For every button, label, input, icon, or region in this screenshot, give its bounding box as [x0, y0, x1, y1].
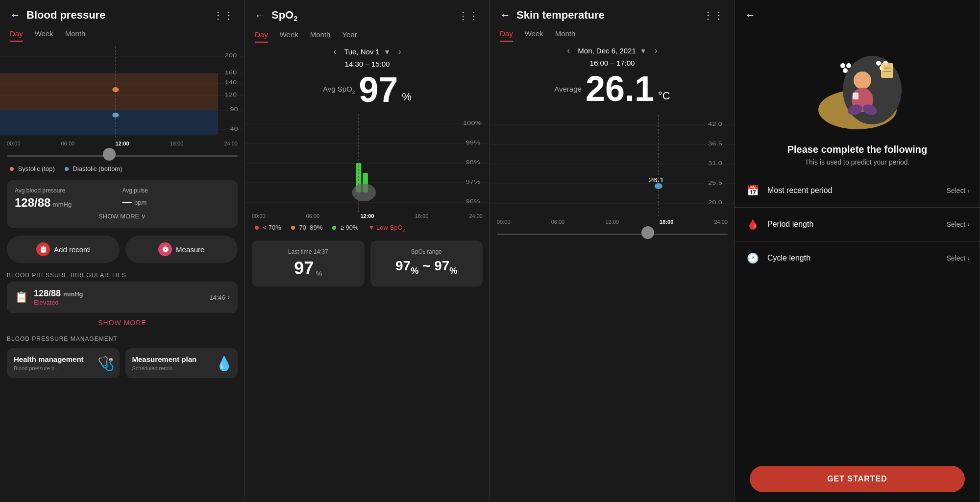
- spo2-last-time-card: Last time 14:37 97 %: [252, 240, 365, 287]
- spo2-prev-btn[interactable]: ‹: [329, 47, 340, 57]
- mgmt-card-1-icon: 💧: [216, 355, 233, 371]
- svg-rect-50: [853, 93, 858, 99]
- period-opt-2-chevron: ›: [967, 254, 970, 262]
- irreg-unit: mmHg: [63, 290, 83, 298]
- period-opt-2-action[interactable]: Select ›: [946, 254, 970, 262]
- measure-icon: ⌚: [158, 242, 172, 256]
- spo2-more-btn[interactable]: ⋮⋮: [458, 10, 480, 22]
- bp-tab-week[interactable]: Week: [35, 29, 53, 42]
- add-record-icon: 📋: [36, 242, 50, 256]
- skin-date-dropdown[interactable]: ▼: [640, 47, 647, 55]
- svg-point-53: [840, 63, 845, 68]
- skin-next-btn[interactable]: ›: [651, 46, 662, 56]
- period-panel: ← P: [735, 0, 980, 502]
- bp-more-btn[interactable]: ⋮⋮: [213, 9, 235, 21]
- spo2-chart: 100% 99% 98% 97% 96%: [245, 114, 490, 212]
- period-opt-0-action[interactable]: Select ›: [946, 187, 970, 194]
- spo2-avg-label: Avg SpO2: [323, 85, 355, 95]
- bp-back-btn[interactable]: ←: [10, 9, 21, 22]
- svg-point-30: [352, 184, 376, 201]
- period-opt-1-action[interactable]: Select ›: [946, 220, 970, 228]
- spo2-title: SpO2: [271, 9, 458, 23]
- period-option-2[interactable]: 🕐 Cycle length Select ›: [735, 241, 980, 275]
- skin-prev-btn[interactable]: ‹: [563, 46, 574, 56]
- bp-show-more[interactable]: SHOW MORE ∨: [15, 210, 230, 221]
- bp-mgmt-title: BLOOD PRESSURE MANAGEMENT: [0, 331, 245, 345]
- bp-add-record-btn[interactable]: 📋 Add record: [7, 236, 120, 263]
- spo2-last-time-label: Last time 14:37: [260, 248, 357, 255]
- bp-avg-value: 128/88: [15, 196, 50, 209]
- irreg-status: Elevated: [34, 299, 209, 306]
- spo2-tab-month[interactable]: Month: [310, 30, 331, 43]
- bp-mgmt-card-0[interactable]: Health management Blood pressure h... 🩺: [7, 348, 120, 378]
- bp-show-more-irreg[interactable]: SHOW MORE: [0, 317, 245, 331]
- spo2-date-dropdown[interactable]: ▼: [384, 48, 391, 56]
- skin-more-btn[interactable]: ⋮⋮: [703, 9, 725, 21]
- skin-back-btn[interactable]: ←: [500, 9, 511, 22]
- bp-action-btns: 📋 Add record ⌚ Measure: [0, 232, 245, 267]
- period-subtext: This is used to predict your period.: [735, 158, 980, 174]
- period-opt-1-label: Period length: [767, 220, 946, 229]
- svg-point-42: [655, 183, 662, 189]
- get-started-btn[interactable]: GET STARTED: [750, 466, 965, 492]
- svg-text:140: 140: [225, 79, 237, 86]
- svg-text:160: 160: [225, 70, 237, 76]
- period-cycle-icon: 🕐: [745, 250, 760, 266]
- spo2-tab-day[interactable]: Day: [255, 30, 268, 43]
- svg-point-51: [843, 68, 848, 73]
- spo2-legend: < 70% 70–89% ≥ 90% ▼ Low SpO2: [245, 220, 490, 237]
- bp-legend: Systolic (top) Diastolic (bottom): [0, 161, 245, 176]
- spo2-time-range: 14:30 – 15:00: [245, 58, 490, 70]
- period-option-1[interactable]: 🩸 Period length Select ›: [735, 208, 980, 241]
- spo2-legend-mid: [291, 226, 295, 230]
- bp-pulse-unit: bpm: [134, 199, 147, 206]
- svg-text:120: 120: [225, 92, 237, 98]
- spo2-tab-week[interactable]: Week: [280, 30, 298, 43]
- svg-text:25.5: 25.5: [708, 180, 722, 186]
- spo2-time-axis: 00:00 06:00 12:00 18:00 24:00: [245, 212, 490, 220]
- skin-slider[interactable]: [490, 226, 735, 239]
- bp-mgmt-card-1[interactable]: Measurement plan Scheduled remin... 💧: [125, 348, 238, 378]
- bp-measure-btn[interactable]: ⌚ Measure: [125, 236, 238, 263]
- spo2-range-card: SpO₂ range 97% ~ 97%: [370, 240, 483, 287]
- skin-tab-day[interactable]: Day: [500, 29, 513, 42]
- spo2-legend-high: [332, 226, 336, 230]
- bp-title: Blood pressure: [26, 9, 213, 22]
- spo2-next-btn[interactable]: ›: [394, 47, 405, 57]
- period-opt-0-label: Most recent period: [767, 186, 946, 195]
- bp-irreg-card: 📋 128/88 mmHg Elevated 14:46 ›: [7, 282, 238, 313]
- spo2-bottom-stats: Last time 14:37 97 % SpO₂ range 97% ~ 97…: [252, 240, 483, 287]
- diastolic-dot: [65, 167, 69, 171]
- svg-point-56: [876, 61, 881, 66]
- svg-point-16: [112, 113, 119, 118]
- period-back-btn[interactable]: ←: [745, 9, 756, 22]
- skin-tabs: Day Week Month: [490, 26, 735, 42]
- bp-avg-pulse: Avg pulse — bpm: [122, 187, 230, 210]
- mgmt-card-0-icon: 🩺: [98, 355, 115, 371]
- bp-avg-unit: mmHg: [53, 201, 72, 208]
- skin-header: ← Skin temperature ⋮⋮: [490, 0, 735, 26]
- blood-pressure-panel: ← Blood pressure ⋮⋮ Day Week Month 200 1…: [0, 0, 245, 502]
- bp-slider[interactable]: [0, 147, 245, 161]
- svg-text:99%: 99%: [466, 140, 480, 146]
- bp-pulse-label: Avg pulse: [122, 187, 230, 194]
- spo2-tab-year[interactable]: Year: [342, 30, 357, 43]
- bp-tab-month[interactable]: Month: [65, 29, 86, 42]
- spo2-back-btn[interactable]: ←: [255, 9, 266, 22]
- bp-tab-day[interactable]: Day: [10, 29, 23, 42]
- svg-text:26.1: 26.1: [649, 177, 664, 183]
- svg-text:100%: 100%: [463, 120, 482, 126]
- skin-tab-week[interactable]: Week: [525, 29, 543, 42]
- period-heading: Please complete the following: [735, 139, 980, 158]
- period-spacer: [735, 275, 980, 451]
- skin-date: Mon, Dec 6, 2021: [578, 47, 636, 55]
- bp-slider-thumb[interactable]: [103, 148, 116, 161]
- irreg-content: 128/88 mmHg Elevated: [34, 288, 209, 306]
- skin-tab-month[interactable]: Month: [555, 29, 576, 42]
- svg-point-52: [846, 63, 851, 68]
- spo2-last-unit: %: [316, 270, 322, 278]
- skin-slider-thumb[interactable]: [641, 226, 654, 239]
- spo2-avg-row: Avg SpO2 97 %: [245, 70, 490, 111]
- skin-avg-unit: °C: [658, 90, 670, 106]
- period-option-0[interactable]: 📅 Most recent period Select ›: [735, 174, 980, 208]
